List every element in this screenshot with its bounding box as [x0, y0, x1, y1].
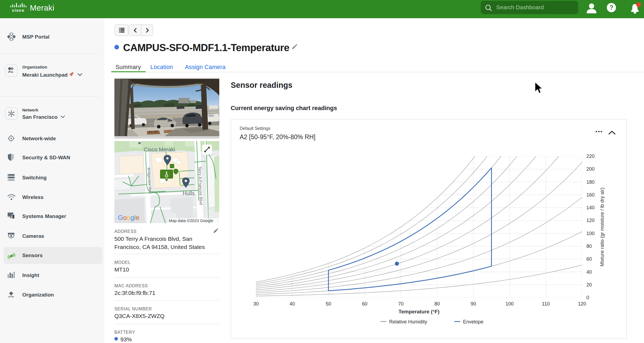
svg-text:Map data ©2023 Google: Map data ©2023 Google [169, 218, 213, 223]
svg-text:o: o [123, 214, 127, 221]
svg-text:100: 100 [505, 301, 514, 307]
svg-text:40: 40 [289, 301, 295, 307]
svg-text:110: 110 [542, 301, 550, 307]
svg-text:?: ? [609, 4, 613, 11]
svg-text:70: 70 [398, 301, 404, 307]
svg-text:90: 90 [471, 301, 476, 307]
svg-text:Cisco Meraki: Cisco Meraki [144, 146, 175, 152]
svg-text:40: 40 [586, 269, 592, 275]
svg-text:l: l [134, 214, 136, 221]
svg-text:e: e [136, 214, 139, 221]
svg-text:30: 30 [253, 301, 259, 307]
svg-text:140: 140 [586, 205, 595, 210]
svg-text:200: 200 [586, 166, 595, 172]
svg-text:80: 80 [586, 244, 592, 249]
svg-text:g: g [130, 214, 134, 221]
svg-text:Envelope: Envelope [463, 319, 483, 325]
svg-text:Hulls: Hulls [183, 190, 195, 196]
svg-text:G: G [118, 214, 123, 221]
svg-text:cisco: cisco [12, 8, 24, 12]
svg-text:160: 160 [586, 192, 595, 198]
svg-text:220: 220 [586, 154, 595, 159]
svg-text:120: 120 [586, 218, 595, 223]
svg-text:20: 20 [586, 282, 592, 288]
svg-text:0: 0 [586, 295, 589, 300]
svg-text:100: 100 [586, 231, 595, 236]
svg-text:50: 50 [326, 301, 331, 307]
svg-text:60: 60 [586, 256, 592, 262]
svg-text:Relative Humidity: Relative Humidity [389, 319, 427, 325]
svg-text:60: 60 [362, 301, 367, 307]
svg-text:80: 80 [434, 301, 440, 307]
svg-text:Mixture ratio (gr moisture / l: Mixture ratio (gr moisture / lb dry air) [599, 188, 605, 266]
svg-text:180: 180 [586, 179, 595, 185]
svg-text:o: o [127, 214, 130, 221]
svg-text:120: 120 [578, 301, 586, 307]
svg-text:Temperature (°F): Temperature (°F) [399, 309, 440, 314]
